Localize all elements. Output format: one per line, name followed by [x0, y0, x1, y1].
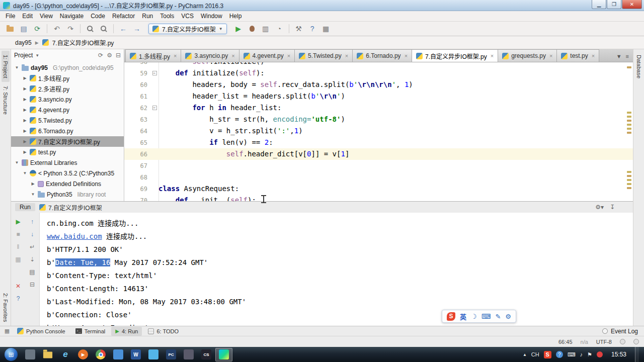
- chevron-right-icon[interactable]: ▶: [22, 139, 28, 144]
- tree-item[interactable]: ▶6.Tornado.py: [11, 126, 124, 136]
- warning-stripe-mark[interactable]: [627, 171, 631, 173]
- taskbar-app-im[interactable]: [145, 348, 162, 361]
- warning-stripe-mark[interactable]: [627, 175, 631, 177]
- warning-stripe-mark[interactable]: [627, 128, 631, 130]
- warning-stripe-mark[interactable]: [627, 112, 631, 114]
- run-configuration-select[interactable]: 7.自定义异步IO框架▼: [148, 24, 227, 34]
- tree-item[interactable]: ▶Extended Definitions: [11, 178, 124, 189]
- sidebar-item-database[interactable]: Database: [635, 51, 643, 82]
- menu-navigate[interactable]: Navigate: [56, 12, 87, 21]
- menu-run[interactable]: Run: [138, 12, 156, 21]
- alert-tray-icon[interactable]: [597, 351, 603, 357]
- tool-window-switcher-icon[interactable]: ▦: [3, 328, 11, 334]
- up-stack-icon[interactable]: ↑: [28, 218, 36, 225]
- close-icon[interactable]: ×: [345, 53, 348, 59]
- menu-vcs[interactable]: VCS: [178, 12, 197, 21]
- console-line[interactable]: b'Connection: Close': [47, 308, 633, 321]
- help-icon[interactable]: ?: [306, 23, 318, 34]
- code-line[interactable]: 60 headers, body = self.recv_data.split(…: [124, 79, 633, 90]
- close-icon[interactable]: ×: [491, 53, 494, 59]
- tree-item[interactable]: ▶5.Twisted.py: [11, 115, 124, 126]
- maximize-button[interactable]: ❐: [607, 0, 621, 9]
- warning-stripe-mark[interactable]: [627, 66, 631, 68]
- close-icon[interactable]: ×: [405, 53, 408, 59]
- sidebar-item-project[interactable]: 1: Project: [2, 51, 10, 82]
- tree-item[interactable]: ▼day95G:\python_code\day95: [11, 62, 124, 73]
- chevron-down-icon[interactable]: ▼: [35, 53, 39, 58]
- menu-refactor[interactable]: Refactor: [109, 12, 138, 21]
- menu-edit[interactable]: Edit: [19, 12, 36, 21]
- console-line[interactable]: b'Content-Type: text/html': [47, 269, 633, 282]
- keyboard-icon[interactable]: ⌨: [481, 313, 491, 320]
- taskbar-app-pointer[interactable]: [22, 348, 39, 361]
- close-icon[interactable]: ×: [592, 53, 595, 59]
- console-line[interactable]: www.baidu.com 连接成功...: [47, 230, 633, 243]
- console-line[interactable]: b'Content-Length: 14613': [47, 282, 633, 295]
- tree-item[interactable]: ▼Python35library root: [11, 189, 124, 200]
- toolwindow-button-terminal[interactable]: ›_Terminal: [71, 327, 110, 336]
- pause-icon[interactable]: ‖: [14, 243, 22, 250]
- code-line[interactable]: 70 def __init__(self):: [124, 195, 633, 201]
- settings-icon[interactable]: ⚙: [505, 313, 511, 320]
- minimize-button[interactable]: ▁: [592, 0, 606, 9]
- close-icon[interactable]: ✕: [14, 282, 22, 290]
- gear-icon[interactable]: ⚙: [107, 52, 112, 59]
- menu-file[interactable]: File: [2, 12, 19, 21]
- event-log-button[interactable]: Event Log: [602, 328, 641, 335]
- code-line[interactable]: 63 h_str = str(h, encoding='utf-8'): [124, 114, 633, 125]
- warning-stripe-mark[interactable]: [627, 187, 631, 189]
- code-line[interactable]: 59− def initialize(self):: [124, 67, 633, 79]
- tree-item[interactable]: ▶test.py: [11, 147, 124, 157]
- taskbar-app-tool[interactable]: [180, 348, 197, 361]
- taskbar-app-dict[interactable]: [110, 348, 127, 361]
- breadcrumb-folder[interactable]: day95: [15, 39, 32, 46]
- taskbar-app-media[interactable]: ▶: [74, 348, 92, 361]
- open-icon[interactable]: [4, 23, 16, 34]
- sync-icon[interactable]: ⟳: [31, 23, 43, 34]
- tray-language-indicator[interactable]: CH: [531, 351, 539, 357]
- run-icon[interactable]: ▶: [232, 23, 245, 34]
- title-bar[interactable]: day95 - [G:\python_code\day95] - ...\7.自…: [0, 0, 644, 11]
- code-line[interactable]: 61 header_list = headers.split(b'\r\n'): [124, 90, 633, 102]
- tab-run[interactable]: Run: [15, 203, 35, 211]
- code-line[interactable]: 67: [124, 160, 633, 171]
- menu-view[interactable]: View: [36, 12, 56, 21]
- show-desktop-button[interactable]: [635, 347, 639, 362]
- fold-marker[interactable]: −: [150, 67, 158, 79]
- volume-icon[interactable]: ♪: [580, 351, 583, 357]
- console-hyperlink[interactable]: www.baidu.com: [47, 232, 102, 240]
- breadcrumb-file[interactable]: 7.自定义异步IO框架.py: [52, 38, 114, 47]
- taskbar-app-cs[interactable]: CS: [198, 348, 215, 361]
- caret-position[interactable]: 66:45: [558, 339, 573, 345]
- sogou-tray-icon[interactable]: S: [544, 351, 551, 358]
- chevron-right-icon[interactable]: ▶: [22, 76, 28, 80]
- editor[interactable]: 58 self.initialize()59− def initialize(s…: [124, 62, 633, 201]
- lock-icon[interactable]: [620, 339, 625, 344]
- editor-tab[interactable]: 3.asyncio.py×: [181, 49, 239, 62]
- print-icon[interactable]: ▤: [28, 268, 36, 276]
- chevron-right-icon[interactable]: ▶: [22, 129, 28, 133]
- menu-code[interactable]: Code: [87, 12, 109, 21]
- warning-stripe-mark[interactable]: [627, 120, 631, 122]
- code-line[interactable]: 66 self.header_dict[v[0]] = v[1]: [124, 148, 633, 160]
- editor-tab[interactable]: grequests.py×: [498, 49, 557, 62]
- warning-stripe-mark[interactable]: [627, 179, 631, 181]
- coverage-icon[interactable]: ▥: [260, 23, 272, 34]
- chevron-down-icon[interactable]: ▼: [14, 65, 20, 70]
- tab-list-icon[interactable]: ≡: [626, 53, 629, 59]
- file-encoding[interactable]: UTF-8: [596, 339, 612, 345]
- chevron-down-icon[interactable]: ▼: [30, 192, 36, 197]
- settings-icon[interactable]: ⚒: [293, 23, 305, 34]
- tree-item[interactable]: ▶1.多线程.py: [11, 73, 124, 83]
- inspections-icon[interactable]: [633, 339, 639, 344]
- forward-icon[interactable]: →: [131, 23, 143, 34]
- moon-icon[interactable]: ☽: [471, 313, 477, 320]
- taskbar-app-ie[interactable]: e: [57, 348, 74, 361]
- close-icon[interactable]: ×: [549, 53, 552, 59]
- menu-window[interactable]: Window: [197, 12, 226, 21]
- chevron-down-icon[interactable]: ▼: [22, 171, 28, 175]
- tree-item[interactable]: ▼< Python 3.5.2 (C:\Python35: [11, 168, 124, 178]
- help-tray-icon[interactable]: ?: [556, 351, 563, 358]
- rerun-icon[interactable]: ▶: [14, 218, 22, 225]
- chevron-down-icon[interactable]: ▼: [14, 160, 20, 165]
